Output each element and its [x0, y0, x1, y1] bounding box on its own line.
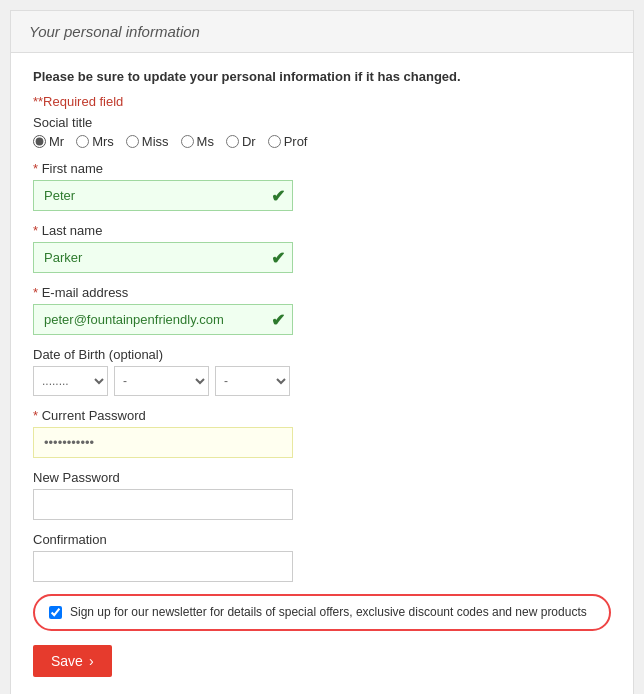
- last-name-field: * Last name ✔: [33, 223, 611, 273]
- radio-dr[interactable]: Dr: [226, 134, 256, 149]
- radio-miss[interactable]: Miss: [126, 134, 169, 149]
- page-container: Your personal information Please be sure…: [10, 10, 634, 694]
- radio-mr-input[interactable]: [33, 135, 46, 148]
- first-name-checkmark: ✔: [271, 185, 285, 206]
- radio-prof[interactable]: Prof: [268, 134, 308, 149]
- newsletter-section: Sign up for our newsletter for details o…: [33, 594, 611, 631]
- save-arrow-icon: ›: [89, 653, 94, 669]
- last-name-label-text: Last name: [42, 223, 103, 238]
- email-label: * E-mail address: [33, 285, 611, 300]
- radio-prof-label: Prof: [284, 134, 308, 149]
- first-name-label: * First name: [33, 161, 611, 176]
- current-password-input[interactable]: [33, 427, 293, 458]
- new-password-label: New Password: [33, 470, 611, 485]
- confirmation-label: Confirmation: [33, 532, 611, 547]
- form-body: Please be sure to update your personal i…: [11, 53, 633, 694]
- current-password-field: * Current Password: [33, 408, 611, 458]
- dob-month-select[interactable]: -: [114, 366, 209, 396]
- current-password-star: *: [33, 408, 42, 423]
- last-name-star: *: [33, 223, 42, 238]
- social-title-label: Social title: [33, 115, 611, 130]
- radio-mr-label: Mr: [49, 134, 64, 149]
- email-input[interactable]: [33, 304, 293, 335]
- save-label: Save: [51, 653, 83, 669]
- email-field: * E-mail address ✔: [33, 285, 611, 335]
- dob-day-select[interactable]: ........: [33, 366, 108, 396]
- radio-miss-label: Miss: [142, 134, 169, 149]
- radio-mrs-label: Mrs: [92, 134, 114, 149]
- required-label-text: *Required field: [38, 94, 123, 109]
- dob-field: Date of Birth (optional) ........ - -: [33, 347, 611, 396]
- dob-row: ........ - -: [33, 366, 611, 396]
- current-password-label-text: Current Password: [42, 408, 146, 423]
- section-title: Your personal information: [29, 23, 200, 40]
- last-name-wrapper: ✔: [33, 242, 293, 273]
- last-name-checkmark: ✔: [271, 247, 285, 268]
- save-button[interactable]: Save ›: [33, 645, 112, 677]
- first-name-star: *: [33, 161, 42, 176]
- newsletter-text: Sign up for our newsletter for details o…: [70, 604, 587, 621]
- required-field-text: **Required field: [33, 94, 611, 109]
- last-name-label: * Last name: [33, 223, 611, 238]
- section-header: Your personal information: [11, 11, 633, 53]
- radio-ms[interactable]: Ms: [181, 134, 214, 149]
- current-password-label: * Current Password: [33, 408, 611, 423]
- first-name-label-text: First name: [42, 161, 103, 176]
- first-name-input[interactable]: [33, 180, 293, 211]
- radio-dr-input[interactable]: [226, 135, 239, 148]
- radio-ms-input[interactable]: [181, 135, 194, 148]
- radio-mrs[interactable]: Mrs: [76, 134, 114, 149]
- new-password-input[interactable]: [33, 489, 293, 520]
- email-wrapper: ✔: [33, 304, 293, 335]
- new-password-field: New Password: [33, 470, 611, 520]
- info-text: Please be sure to update your personal i…: [33, 69, 611, 84]
- confirmation-input[interactable]: [33, 551, 293, 582]
- dob-year-select[interactable]: -: [215, 366, 290, 396]
- first-name-wrapper: ✔: [33, 180, 293, 211]
- first-name-field: * First name ✔: [33, 161, 611, 211]
- radio-dr-label: Dr: [242, 134, 256, 149]
- last-name-input[interactable]: [33, 242, 293, 273]
- social-title-field: Social title Mr Mrs Miss Ms Dr: [33, 115, 611, 149]
- email-checkmark: ✔: [271, 309, 285, 330]
- email-star: *: [33, 285, 42, 300]
- radio-mrs-input[interactable]: [76, 135, 89, 148]
- radio-mr[interactable]: Mr: [33, 134, 64, 149]
- confirmation-field: Confirmation: [33, 532, 611, 582]
- email-label-text: E-mail address: [42, 285, 129, 300]
- social-title-options: Mr Mrs Miss Ms Dr Prof: [33, 134, 611, 149]
- radio-ms-label: Ms: [197, 134, 214, 149]
- radio-miss-input[interactable]: [126, 135, 139, 148]
- dob-label: Date of Birth (optional): [33, 347, 611, 362]
- newsletter-checkbox[interactable]: [49, 606, 62, 619]
- radio-prof-input[interactable]: [268, 135, 281, 148]
